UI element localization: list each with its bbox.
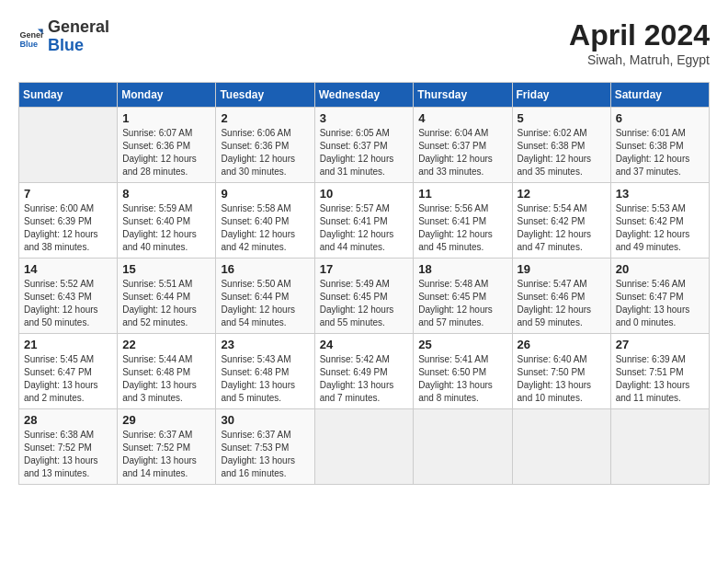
day-number: 29 [122,413,210,427]
day-number: 7 [24,187,112,201]
day-info: Sunrise: 6:05 AM Sunset: 6:37 PM Dayligh… [320,127,409,178]
day-cell-15: 15Sunrise: 5:51 AM Sunset: 6:44 PM Dayli… [118,259,216,334]
day-info: Sunrise: 5:47 AM Sunset: 6:46 PM Dayligh… [518,278,606,329]
day-cell-5: 5Sunrise: 6:02 AM Sunset: 6:38 PM Daylig… [512,108,610,183]
day-number: 6 [616,111,704,125]
day-number: 9 [221,187,309,201]
day-number: 16 [221,262,309,276]
day-number: 15 [122,262,210,276]
day-cell-13: 13Sunrise: 5:53 AM Sunset: 6:42 PM Dayli… [610,183,709,259]
day-info: Sunrise: 5:58 AM Sunset: 6:40 PM Dayligh… [221,202,309,254]
day-cell-24: 24Sunrise: 5:42 AM Sunset: 6:49 PM Dayli… [314,334,414,409]
calendar-week-1: 1Sunrise: 6:07 AM Sunset: 6:36 PM Daylig… [19,108,710,183]
day-header-saturday: Saturday [610,83,709,108]
logo-text-line2: Blue [48,37,109,55]
day-number: 11 [418,187,506,201]
day-cell-19: 19Sunrise: 5:47 AM Sunset: 6:46 PM Dayli… [512,259,610,334]
day-info: Sunrise: 6:38 AM Sunset: 7:52 PM Dayligh… [24,429,112,480]
day-cell-7: 7Sunrise: 6:00 AM Sunset: 6:39 PM Daylig… [19,183,118,259]
day-info: Sunrise: 5:45 AM Sunset: 6:47 PM Dayligh… [24,353,112,405]
day-cell-1: 1Sunrise: 6:07 AM Sunset: 6:36 PM Daylig… [118,108,216,183]
day-number: 26 [518,338,606,351]
day-number: 23 [221,338,309,351]
day-info: Sunrise: 5:48 AM Sunset: 6:45 PM Dayligh… [418,278,506,329]
logo-icon: General Blue [18,24,44,50]
day-info: Sunrise: 5:51 AM Sunset: 6:44 PM Dayligh… [122,278,210,329]
day-cell-11: 11Sunrise: 5:56 AM Sunset: 6:41 PM Dayli… [414,183,512,259]
day-cell-25: 25Sunrise: 5:41 AM Sunset: 6:50 PM Dayli… [414,334,512,409]
day-info: Sunrise: 5:59 AM Sunset: 6:40 PM Dayligh… [122,202,210,254]
day-number: 10 [320,187,409,201]
page-header: General Blue General Blue April 2024 Siw… [18,18,710,67]
day-cell-4: 4Sunrise: 6:04 AM Sunset: 6:37 PM Daylig… [414,108,512,183]
day-header-tuesday: Tuesday [216,83,314,108]
day-number: 5 [518,111,606,125]
day-info: Sunrise: 5:44 AM Sunset: 6:48 PM Dayligh… [122,353,210,405]
day-header-sunday: Sunday [19,83,118,108]
day-number: 30 [221,413,309,427]
day-cell-27: 27Sunrise: 6:39 AM Sunset: 7:51 PM Dayli… [610,334,709,409]
day-number: 1 [122,111,210,125]
day-number: 3 [320,111,409,125]
day-cell-28: 28Sunrise: 6:38 AM Sunset: 7:52 PM Dayli… [19,409,118,485]
day-cell-14: 14Sunrise: 5:52 AM Sunset: 6:43 PM Dayli… [19,259,118,334]
day-cell-17: 17Sunrise: 5:49 AM Sunset: 6:45 PM Dayli… [314,259,414,334]
day-number: 14 [24,262,112,276]
day-number: 25 [418,338,506,351]
day-cell-26: 26Sunrise: 6:40 AM Sunset: 7:50 PM Dayli… [512,334,610,409]
day-cell-6: 6Sunrise: 6:01 AM Sunset: 6:38 PM Daylig… [610,108,709,183]
day-number: 24 [320,338,409,351]
calendar-week-3: 14Sunrise: 5:52 AM Sunset: 6:43 PM Dayli… [19,259,710,334]
day-info: Sunrise: 6:39 AM Sunset: 7:51 PM Dayligh… [616,353,704,405]
day-number: 27 [616,338,704,351]
day-info: Sunrise: 5:56 AM Sunset: 6:41 PM Dayligh… [418,202,506,254]
day-cell-10: 10Sunrise: 5:57 AM Sunset: 6:41 PM Dayli… [314,183,414,259]
day-info: Sunrise: 5:53 AM Sunset: 6:42 PM Dayligh… [616,202,704,254]
calendar-week-5: 28Sunrise: 6:38 AM Sunset: 7:52 PM Dayli… [19,409,710,485]
day-info: Sunrise: 6:00 AM Sunset: 6:39 PM Dayligh… [24,202,112,254]
day-info: Sunrise: 6:40 AM Sunset: 7:50 PM Dayligh… [518,353,606,405]
day-number: 22 [122,338,210,351]
calendar-header-row: SundayMondayTuesdayWednesdayThursdayFrid… [19,83,710,108]
day-number: 20 [616,262,704,276]
day-number: 12 [518,187,606,201]
day-cell-2: 2Sunrise: 6:06 AM Sunset: 6:36 PM Daylig… [216,108,314,183]
day-info: Sunrise: 5:57 AM Sunset: 6:41 PM Dayligh… [320,202,409,254]
empty-cell [610,409,709,485]
day-header-friday: Friday [512,83,610,108]
day-cell-29: 29Sunrise: 6:37 AM Sunset: 7:52 PM Dayli… [118,409,216,485]
day-cell-9: 9Sunrise: 5:58 AM Sunset: 6:40 PM Daylig… [216,183,314,259]
day-cell-3: 3Sunrise: 6:05 AM Sunset: 6:37 PM Daylig… [314,108,414,183]
day-header-wednesday: Wednesday [314,83,414,108]
day-info: Sunrise: 5:43 AM Sunset: 6:48 PM Dayligh… [221,353,309,405]
day-header-monday: Monday [118,83,216,108]
day-info: Sunrise: 6:07 AM Sunset: 6:36 PM Dayligh… [122,127,210,178]
day-info: Sunrise: 5:49 AM Sunset: 6:45 PM Dayligh… [320,278,409,329]
day-number: 8 [122,187,210,201]
location-subtitle: Siwah, Matruh, Egypt [569,52,710,67]
day-info: Sunrise: 6:01 AM Sunset: 6:38 PM Dayligh… [616,127,704,178]
day-info: Sunrise: 5:50 AM Sunset: 6:44 PM Dayligh… [221,278,309,329]
title-block: April 2024 Siwah, Matruh, Egypt [569,18,710,67]
empty-cell [314,409,414,485]
day-number: 13 [616,187,704,201]
day-info: Sunrise: 5:54 AM Sunset: 6:42 PM Dayligh… [518,202,606,254]
calendar-table: SundayMondayTuesdayWednesdayThursdayFrid… [18,82,710,485]
day-cell-30: 30Sunrise: 6:37 AM Sunset: 7:53 PM Dayli… [216,409,314,485]
logo-text-line1: General [48,18,109,37]
day-number: 4 [418,111,506,125]
day-cell-21: 21Sunrise: 5:45 AM Sunset: 6:47 PM Dayli… [19,334,118,409]
day-cell-23: 23Sunrise: 5:43 AM Sunset: 6:48 PM Dayli… [216,334,314,409]
day-info: Sunrise: 6:37 AM Sunset: 7:52 PM Dayligh… [122,429,210,480]
empty-cell [512,409,610,485]
day-info: Sunrise: 5:41 AM Sunset: 6:50 PM Dayligh… [418,353,506,405]
empty-cell [414,409,512,485]
day-info: Sunrise: 5:42 AM Sunset: 6:49 PM Dayligh… [320,353,409,405]
calendar-week-4: 21Sunrise: 5:45 AM Sunset: 6:47 PM Dayli… [19,334,710,409]
day-number: 17 [320,262,409,276]
day-number: 2 [221,111,309,125]
day-info: Sunrise: 6:04 AM Sunset: 6:37 PM Dayligh… [418,127,506,178]
day-info: Sunrise: 6:37 AM Sunset: 7:53 PM Dayligh… [221,429,309,480]
day-number: 28 [24,413,112,427]
day-number: 19 [518,262,606,276]
